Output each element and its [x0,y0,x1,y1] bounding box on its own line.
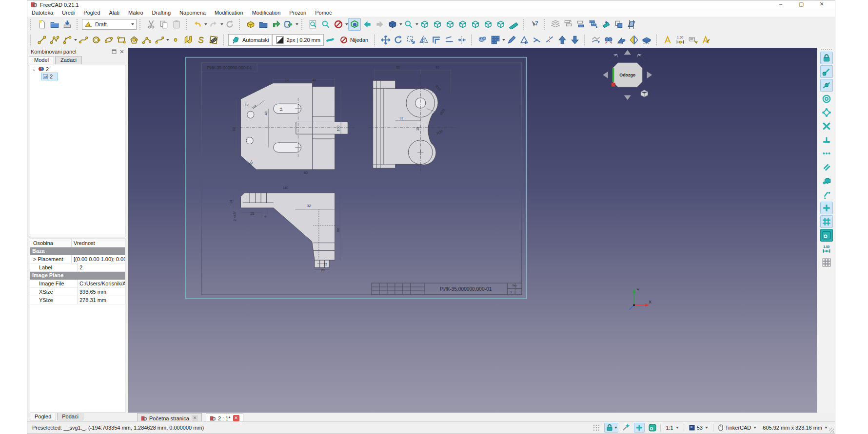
draft-rotate-button[interactable] [392,34,405,46]
snap-midpoint-button[interactable] [820,79,833,92]
draft-mirror-button[interactable] [417,34,430,46]
layers-button[interactable] [549,18,562,31]
draft-subelement-button[interactable] [518,34,531,46]
tab-zadaci[interactable]: Zadaci [55,56,82,64]
view-left-button[interactable] [494,18,507,31]
fit-all-button[interactable] [307,18,319,31]
tab-model[interactable]: Model [29,56,54,64]
menu-napomena[interactable]: Napomena [175,9,210,16]
draft-point-button[interactable] [169,34,182,46]
draft-circle-button[interactable] [90,34,102,46]
xsize-value[interactable]: 393.65 mm [78,288,125,296]
grid-size-selector[interactable]: 53 [688,425,710,431]
draft-text-button[interactable] [661,34,674,46]
std-part-button[interactable] [244,18,257,31]
toolbar-handle[interactable] [186,19,190,30]
zoom-tools-button[interactable] [402,18,415,31]
property-row-ysize[interactable]: YSize 278.31 mm [30,296,125,304]
link-menu-chevron-icon[interactable] [296,23,298,25]
draft-to-solid-button[interactable] [640,34,653,46]
workbench-selector[interactable]: Draft [82,19,137,30]
snap-grid-button[interactable] [820,215,833,228]
label-value[interactable]: 2 [78,264,125,271]
property-row-image-file[interactable]: Image File C:/Users/Korisnik/AppDat... [30,280,125,288]
menu-uredi[interactable]: Uredi [58,9,79,16]
grid-dots-icon[interactable] [592,423,601,432]
toolbar-handle[interactable] [223,35,227,45]
snap-move-status-icon[interactable] [622,423,631,432]
menu-modification-1[interactable]: Modification [210,9,248,16]
snap-center-button[interactable] [820,93,833,105]
draft-wire-to-bspline-button[interactable] [590,34,602,46]
axonometric-view-button[interactable] [418,18,431,31]
toolbar-handle[interactable] [656,35,660,45]
close-button[interactable]: ✕ [817,0,826,8]
model-tree[interactable]: ⌄ 2 2 [30,65,125,237]
tree-child-label[interactable]: 2 [50,74,53,79]
property-group-image-plane[interactable]: Image Plane [30,272,125,280]
transform-button[interactable] [612,18,625,31]
toolbar-handle[interactable] [584,35,588,45]
minimize-button[interactable]: – [776,0,785,8]
toolbar-handle[interactable] [523,19,527,30]
toolbar-handle[interactable] [139,19,143,30]
navigate-forward-button[interactable] [374,18,386,31]
toolbar-handle[interactable] [30,35,34,45]
snap-parallel-button[interactable] [820,161,833,173]
navigation-style-selector[interactable]: TinkerCAD [717,424,758,431]
snap-extension-button[interactable] [820,147,833,160]
maximize-button[interactable]: ▢ [797,0,806,8]
drawing-page[interactable]: РИК-35.000000.000-01 [186,57,526,299]
view-top-button[interactable] [444,18,456,31]
measure-distance-button[interactable] [507,18,520,31]
snap-endpoint-button[interactable] [820,65,833,78]
tree-expander-icon[interactable]: ⌄ [32,67,37,72]
snap-angle-button[interactable] [820,106,833,119]
line-color-swatch[interactable] [324,34,336,46]
fit-selection-button[interactable] [319,18,332,31]
toolbar-handle[interactable] [471,35,475,45]
draft-split-button[interactable] [543,34,556,46]
open-folder-button[interactable] [48,18,61,31]
draft-join-button[interactable] [531,34,543,46]
view-rear-button[interactable] [469,18,482,31]
menu-drafting[interactable]: Drafting [148,9,176,16]
undo-button[interactable] [191,18,204,31]
menu-modification-2[interactable]: Modification [248,9,285,16]
view-right-button[interactable] [456,18,469,31]
draft-polygon-button[interactable] [128,34,140,46]
draft-hatch-button[interactable] [207,34,220,46]
draft-ellipse-button[interactable] [102,34,115,46]
menu-pogled[interactable]: Pogled [79,9,104,16]
tree-selection-button[interactable] [587,18,600,31]
snap-intersection-button[interactable] [820,120,833,132]
draft-bezier-button[interactable] [153,34,166,46]
new-document-button[interactable] [36,18,48,31]
tab-pogled[interactable]: Pogled [30,413,56,420]
snap-perpendicular-button[interactable] [820,133,833,146]
placement-key[interactable]: > Placement [30,255,72,263]
toolbar-handle[interactable] [544,19,548,30]
tab-podaci[interactable]: Podaci [57,413,83,420]
draft-clone-button[interactable] [476,34,489,46]
line-width-button[interactable]: 2px | 0.20 mm [272,34,324,46]
paste-button[interactable] [170,18,183,31]
whats-this-button[interactable]: ? [528,18,541,31]
snap-ortho-button[interactable] [820,202,833,214]
redo-button[interactable] [207,18,220,31]
clipping-plane-button[interactable] [332,18,345,31]
draft-shape2draft-button[interactable] [615,34,628,46]
menu-prozori[interactable]: Prozori [285,9,311,16]
snap-near-button[interactable] [820,188,833,201]
draft-edit-button[interactable] [505,34,518,46]
toolbar-handle[interactable] [239,19,243,30]
property-row-xsize[interactable]: XSize 393.65 mm [30,288,125,296]
scale-selector[interactable]: 1:1 [664,425,680,431]
draft-facebinder-button[interactable] [182,34,195,46]
drawing-canvas[interactable]: РИК-35.000000.000-01 [128,48,817,413]
property-row-label[interactable]: Label 2 [30,264,125,272]
view-front-button[interactable] [431,18,444,31]
tree-selected-item[interactable]: 2 [41,73,58,80]
isometric-view-button[interactable] [386,18,399,31]
resize-grip[interactable] [829,428,834,433]
